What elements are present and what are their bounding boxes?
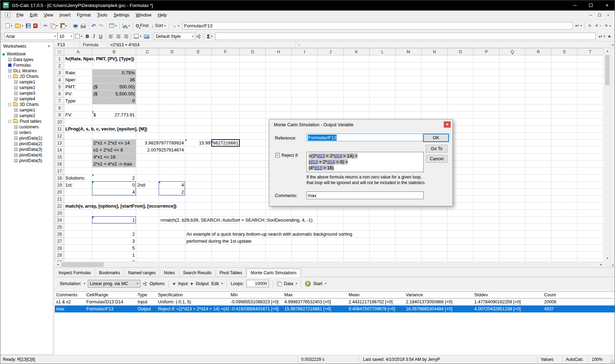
cell-A18[interactable]: Solutions: (64, 175, 92, 182)
grid-cell[interactable] (318, 83, 344, 90)
grid-cell[interactable] (292, 97, 318, 105)
grid-cell[interactable] (551, 55, 577, 62)
grid-cell[interactable] (266, 210, 292, 217)
tab-named-ranges[interactable]: Named ranges (124, 269, 160, 277)
grid-cell[interactable] (551, 245, 577, 252)
grid-cell[interactable] (136, 133, 159, 140)
grid-cell[interactable] (212, 189, 240, 196)
grid-cell[interactable] (396, 83, 422, 90)
cell-B30[interactable]: 3 (92, 259, 136, 262)
grid-cell[interactable] (525, 154, 551, 161)
grid-cell[interactable] (159, 133, 185, 140)
grid-cell[interactable] (370, 97, 396, 105)
grid-cell[interactable] (212, 161, 240, 168)
grid-cell[interactable] (240, 62, 266, 69)
paste-button[interactable]: ▾ (59, 22, 68, 29)
grid-cell[interactable] (212, 147, 240, 154)
column-header-T[interactable]: T (577, 48, 603, 55)
grid-cell[interactable] (551, 62, 577, 69)
row-header-22[interactable]: 22 (55, 203, 64, 210)
grid-cell[interactable] (500, 238, 525, 245)
grid-cell[interactable] (185, 224, 212, 231)
grid-cell[interactable] (500, 217, 525, 224)
grid-cell[interactable] (159, 126, 185, 133)
scroll-down-icon[interactable]: ▼ (604, 255, 610, 261)
grid-cell[interactable] (370, 62, 396, 69)
row-header-13[interactable]: 13 (55, 140, 64, 147)
grid-cell[interactable] (240, 105, 266, 112)
print-preview-button[interactable] (72, 23, 79, 29)
manage-favorites-button[interactable]: ★▾ (603, 22, 612, 29)
grid-cell[interactable] (474, 154, 500, 161)
row-header-9[interactable]: 9 (55, 112, 64, 119)
grid-cell[interactable] (370, 238, 396, 245)
grid-cell[interactable] (370, 90, 396, 97)
grid-cell[interactable] (136, 76, 159, 83)
grid-cell[interactable] (159, 224, 185, 231)
tree-item-sample1[interactable]: sample1 (0, 107, 53, 113)
grid-cell[interactable] (525, 140, 551, 147)
row-header-8[interactable]: 8 (55, 105, 64, 112)
grid-cell[interactable] (344, 62, 370, 69)
menu-tools[interactable]: Tools (94, 11, 110, 19)
column-header-count[interactable]: Count (543, 292, 613, 297)
grid-cell[interactable] (185, 90, 212, 97)
grid-cell[interactable] (474, 97, 500, 105)
maximize-button[interactable] (583, 0, 599, 11)
tab-search-results[interactable]: Search Results (179, 269, 216, 277)
grid-cell[interactable] (500, 224, 525, 231)
grid-cell[interactable] (500, 133, 525, 140)
grid-cell[interactable] (136, 83, 159, 90)
grid-cell[interactable] (500, 231, 525, 238)
grid-cell[interactable] (240, 133, 266, 140)
gear-icon[interactable] (143, 282, 147, 286)
cell-reference-link[interactable]: d14 (334, 153, 342, 159)
grid-cell[interactable] (474, 168, 500, 175)
grid-cell[interactable] (212, 119, 240, 126)
grid-cell[interactable] (266, 55, 292, 62)
grid-cell[interactable] (159, 259, 185, 262)
font-size-select[interactable]: 10▾ (58, 33, 74, 40)
grid-cell[interactable] (551, 133, 577, 140)
grid-cell[interactable] (448, 105, 474, 112)
grid-cell[interactable] (422, 69, 448, 76)
grid-cell[interactable] (266, 112, 292, 119)
menu-edit[interactable]: Edit (27, 11, 41, 19)
grid-cell[interactable] (212, 203, 240, 210)
grid-cell[interactable] (92, 168, 136, 175)
grid-cell[interactable] (577, 55, 603, 62)
status-zoom-level[interactable]: 100% (592, 357, 603, 362)
grid-cell[interactable] (212, 210, 240, 217)
grid-cell[interactable] (185, 133, 212, 140)
grid-cell[interactable] (577, 140, 603, 147)
cell-E27[interactable]: performed during the 1st update. (185, 238, 212, 245)
grid-cell[interactable] (136, 154, 159, 161)
grid-cell[interactable] (525, 90, 551, 97)
copy-button[interactable]: ▾ (49, 22, 59, 29)
tab-bookmarks[interactable]: Bookmarks (95, 269, 124, 277)
grid-cell[interactable] (240, 112, 266, 119)
grid-cell[interactable] (185, 154, 212, 161)
cell-A5[interactable]: PMT: (64, 83, 92, 90)
column-header-O[interactable]: O (448, 48, 474, 55)
grid-cell[interactable] (474, 90, 500, 97)
grid-cell[interactable] (344, 245, 370, 252)
grid-cell[interactable] (64, 252, 92, 259)
grid-cell[interactable] (185, 182, 212, 189)
grid-cell[interactable] (136, 168, 159, 175)
grid-cell[interactable] (240, 259, 266, 262)
cell-E26[interactable]: An example of a quick binary bottom-up s… (185, 231, 212, 238)
grid-cell[interactable] (474, 245, 500, 252)
grid-cell[interactable] (212, 182, 240, 189)
grid-cell[interactable] (292, 83, 318, 90)
column-header-L[interactable]: L (370, 48, 396, 55)
grid-cell[interactable] (240, 126, 266, 133)
grid-cell[interactable] (292, 224, 318, 231)
grid-cell[interactable] (396, 231, 422, 238)
grid-cell[interactable] (577, 69, 603, 76)
grid-cell[interactable] (185, 175, 212, 182)
grid-cell[interactable] (525, 126, 551, 133)
column-header-Q[interactable]: Q (500, 48, 525, 55)
grid-cell[interactable] (212, 252, 240, 259)
grid-cell[interactable] (474, 259, 500, 262)
